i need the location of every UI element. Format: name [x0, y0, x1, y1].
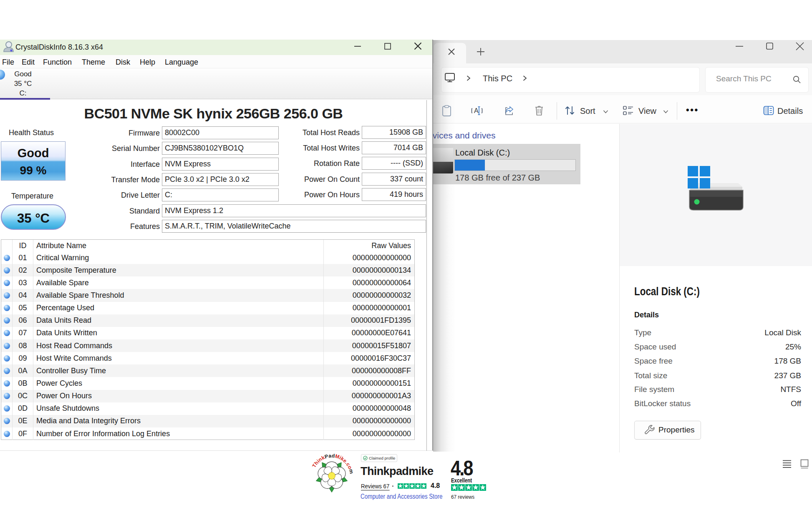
svg-text:A: A: [474, 107, 479, 114]
